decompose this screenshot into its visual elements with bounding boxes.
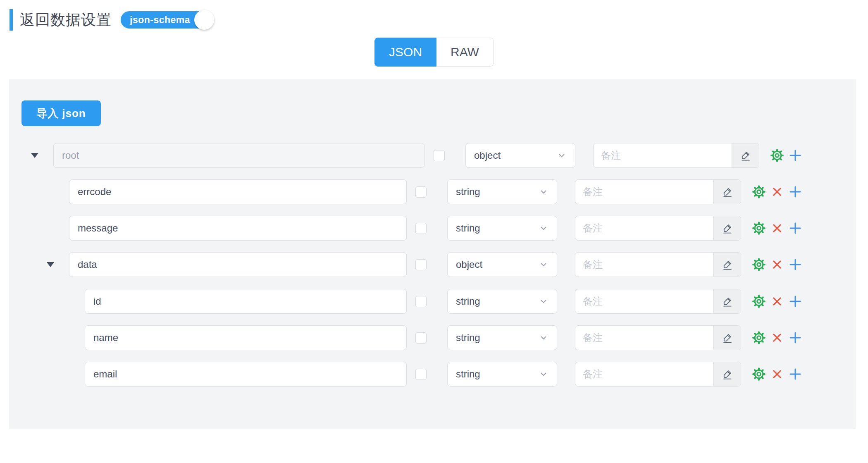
edit-remark-button[interactable] <box>713 362 741 386</box>
field-name-input[interactable] <box>69 179 407 204</box>
remark-input[interactable] <box>594 143 732 167</box>
toggle-knob-icon <box>194 10 214 30</box>
type-select[interactable]: object <box>465 143 575 168</box>
plus-icon <box>789 222 802 235</box>
required-checkbox[interactable] <box>415 223 427 234</box>
schema-row: string <box>21 289 804 314</box>
type-select[interactable]: string <box>447 362 557 387</box>
chevron-down-icon <box>539 296 548 306</box>
required-checkbox[interactable] <box>415 332 427 344</box>
required-checkbox[interactable] <box>415 296 427 307</box>
settings-button[interactable] <box>750 329 768 347</box>
remark-group <box>575 362 741 387</box>
delete-field-button[interactable] <box>768 329 786 347</box>
delete-field-button[interactable] <box>768 365 786 383</box>
delete-field-button[interactable] <box>768 292 786 310</box>
field-name-input[interactable] <box>85 362 407 387</box>
chevron-down-icon <box>539 223 548 233</box>
schema-row: string <box>21 362 804 387</box>
delete-x-icon <box>771 258 783 271</box>
row-actions <box>750 292 804 310</box>
settings-button[interactable] <box>750 292 768 310</box>
delete-field-button[interactable] <box>768 183 786 201</box>
add-field-button[interactable] <box>786 146 804 165</box>
edit-remark-button[interactable] <box>713 253 741 277</box>
settings-button[interactable] <box>750 255 768 274</box>
remark-input[interactable] <box>575 216 713 240</box>
delete-field-button[interactable] <box>768 219 786 237</box>
field-name-input[interactable] <box>85 325 407 350</box>
plus-icon <box>789 258 802 271</box>
type-select[interactable]: object <box>447 252 557 277</box>
caret-slot <box>37 189 69 194</box>
settings-button[interactable] <box>768 146 786 165</box>
type-select-value: string <box>456 368 480 380</box>
plus-icon <box>789 368 802 381</box>
add-field-button[interactable] <box>786 329 804 347</box>
add-field-button[interactable] <box>786 219 804 237</box>
type-select[interactable]: string <box>447 216 557 241</box>
field-name-input[interactable] <box>85 289 407 314</box>
required-checkbox[interactable] <box>415 259 427 270</box>
type-select[interactable]: string <box>447 289 557 314</box>
add-field-button[interactable] <box>786 365 804 383</box>
schema-editor-panel: 导入 json object <box>9 79 856 429</box>
pencil-icon <box>740 150 751 161</box>
remark-group <box>575 179 741 204</box>
edit-remark-button[interactable] <box>713 326 741 350</box>
delete-x-icon <box>771 222 783 234</box>
remark-group <box>575 325 741 350</box>
gear-icon <box>752 185 766 199</box>
type-select-value: object <box>474 150 501 161</box>
required-checkbox[interactable] <box>434 150 445 161</box>
type-select[interactable]: string <box>447 179 557 204</box>
title-accent-bar <box>10 9 13 31</box>
edit-remark-button[interactable] <box>713 216 741 240</box>
remark-input[interactable] <box>575 289 713 313</box>
tab-raw[interactable]: RAW <box>436 38 494 67</box>
field-name-input[interactable] <box>69 252 407 277</box>
import-json-button[interactable]: 导入 json <box>21 100 101 126</box>
add-field-button[interactable] <box>786 183 804 201</box>
remark-group <box>575 252 741 277</box>
settings-button[interactable] <box>750 365 768 383</box>
edit-remark-button[interactable] <box>732 143 759 167</box>
pencil-icon <box>722 222 733 234</box>
tab-json[interactable]: JSON <box>374 38 436 67</box>
remark-input[interactable] <box>575 253 713 277</box>
field-name-input[interactable] <box>53 143 425 168</box>
settings-button[interactable] <box>750 183 768 201</box>
schema-row: string <box>21 325 804 350</box>
view-switch: JSON RAW <box>0 38 868 67</box>
chevron-down-icon <box>539 333 548 343</box>
field-name-input[interactable] <box>69 216 407 241</box>
collapse-caret-icon[interactable] <box>31 153 38 158</box>
add-field-button[interactable] <box>786 255 804 274</box>
schema-row: object <box>21 143 804 168</box>
collapse-caret-icon[interactable] <box>47 262 54 267</box>
remark-input[interactable] <box>575 180 713 204</box>
row-actions <box>750 365 804 383</box>
edit-remark-button[interactable] <box>713 289 741 313</box>
remark-group <box>575 216 741 241</box>
remark-input[interactable] <box>575 362 713 386</box>
add-field-button[interactable] <box>786 292 804 310</box>
caret-slot <box>53 299 85 304</box>
gear-icon <box>752 221 766 235</box>
row-actions <box>750 255 804 274</box>
schema-row: object <box>21 252 804 277</box>
remark-input[interactable] <box>575 326 713 350</box>
remark-group <box>575 289 741 314</box>
edit-remark-button[interactable] <box>713 180 741 204</box>
settings-button[interactable] <box>750 219 768 237</box>
chevron-down-icon <box>557 150 567 160</box>
pencil-icon <box>722 296 733 307</box>
pencil-icon <box>722 186 733 198</box>
type-select[interactable]: string <box>447 325 557 350</box>
caret-slot <box>37 262 69 267</box>
json-schema-toggle[interactable]: json-schema <box>121 11 213 29</box>
required-checkbox[interactable] <box>415 186 427 198</box>
delete-field-button[interactable] <box>768 255 786 274</box>
pencil-icon <box>722 368 733 380</box>
required-checkbox[interactable] <box>415 369 427 380</box>
